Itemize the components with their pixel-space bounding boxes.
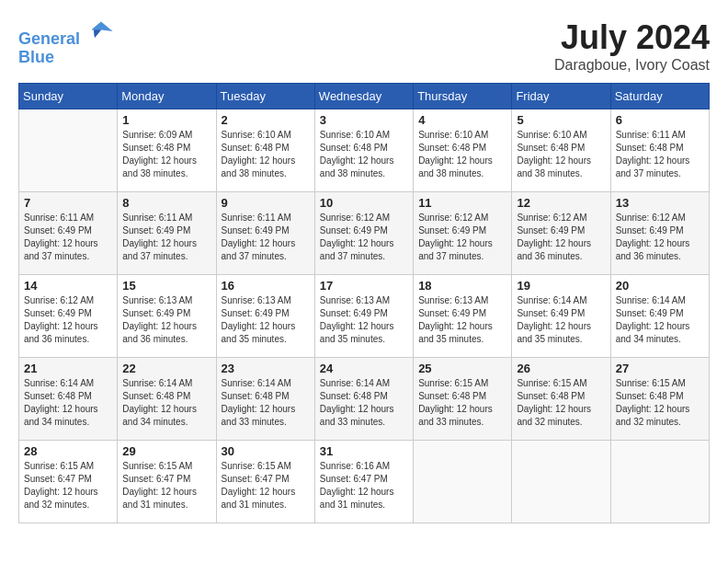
day-info: Sunrise: 6:12 AM Sunset: 6:49 PM Dayligh… — [616, 212, 704, 263]
day-number: 4 — [418, 113, 506, 127]
header-cell-friday: Friday — [512, 84, 610, 109]
day-info: Sunrise: 6:12 AM Sunset: 6:49 PM Dayligh… — [517, 212, 605, 263]
logo-blue: Blue — [18, 48, 54, 66]
day-number: 10 — [320, 196, 408, 210]
day-info: Sunrise: 6:11 AM Sunset: 6:49 PM Dayligh… — [122, 212, 210, 263]
logo: General Blue — [18, 18, 114, 67]
week-row-1: 7Sunrise: 6:11 AM Sunset: 6:49 PM Daylig… — [19, 192, 710, 275]
day-info: Sunrise: 6:10 AM Sunset: 6:48 PM Dayligh… — [222, 129, 310, 180]
day-number: 26 — [517, 362, 605, 375]
week-row-4: 28Sunrise: 6:15 AM Sunset: 6:47 PM Dayli… — [19, 441, 710, 523]
day-cell: 20Sunrise: 6:14 AM Sunset: 6:49 PM Dayli… — [610, 275, 709, 358]
day-info: Sunrise: 6:14 AM Sunset: 6:48 PM Dayligh… — [222, 377, 310, 429]
day-number: 24 — [320, 362, 408, 375]
day-info: Sunrise: 6:12 AM Sunset: 6:49 PM Dayligh… — [24, 294, 112, 346]
day-info: Sunrise: 6:15 AM Sunset: 6:48 PM Dayligh… — [616, 377, 704, 429]
header-cell-thursday: Thursday — [414, 84, 512, 109]
day-cell: 22Sunrise: 6:14 AM Sunset: 6:48 PM Dayli… — [118, 358, 216, 441]
day-number: 18 — [418, 279, 506, 293]
week-row-3: 21Sunrise: 6:14 AM Sunset: 6:48 PM Dayli… — [19, 358, 710, 441]
day-cell: 28Sunrise: 6:15 AM Sunset: 6:47 PM Dayli… — [19, 441, 118, 523]
day-info: Sunrise: 6:12 AM Sunset: 6:49 PM Dayligh… — [320, 212, 408, 263]
day-info: Sunrise: 6:09 AM Sunset: 6:48 PM Dayligh… — [122, 129, 210, 180]
day-info: Sunrise: 6:14 AM Sunset: 6:49 PM Dayligh… — [616, 294, 704, 346]
page-header: General Blue July 2024 Daragboue, Ivory … — [18, 18, 710, 74]
calendar-table: SundayMondayTuesdayWednesdayThursdayFrid… — [18, 83, 710, 523]
day-cell: 31Sunrise: 6:16 AM Sunset: 6:47 PM Dayli… — [314, 441, 413, 523]
day-info: Sunrise: 6:15 AM Sunset: 6:47 PM Dayligh… — [222, 460, 310, 511]
day-number: 30 — [222, 444, 310, 458]
logo-bird-icon — [88, 18, 114, 44]
day-info: Sunrise: 6:10 AM Sunset: 6:48 PM Dayligh… — [517, 129, 605, 180]
day-info: Sunrise: 6:12 AM Sunset: 6:49 PM Dayligh… — [418, 212, 506, 263]
day-cell: 5Sunrise: 6:10 AM Sunset: 6:48 PM Daylig… — [512, 109, 610, 192]
day-number: 9 — [222, 196, 310, 210]
header-cell-sunday: Sunday — [19, 84, 118, 109]
day-cell: 14Sunrise: 6:12 AM Sunset: 6:49 PM Dayli… — [19, 275, 118, 358]
day-number: 27 — [616, 362, 704, 375]
day-number: 13 — [616, 196, 704, 210]
day-number: 20 — [616, 279, 704, 293]
day-cell: 26Sunrise: 6:15 AM Sunset: 6:48 PM Dayli… — [512, 358, 610, 441]
day-info: Sunrise: 6:14 AM Sunset: 6:48 PM Dayligh… — [320, 377, 408, 429]
day-cell: 29Sunrise: 6:15 AM Sunset: 6:47 PM Dayli… — [118, 441, 216, 523]
day-cell: 24Sunrise: 6:14 AM Sunset: 6:48 PM Dayli… — [314, 358, 413, 441]
month-title: July 2024 — [554, 18, 710, 57]
header-row: SundayMondayTuesdayWednesdayThursdayFrid… — [19, 84, 710, 109]
title-block: July 2024 Daragboue, Ivory Coast — [554, 18, 710, 74]
day-number: 7 — [24, 196, 112, 210]
day-number: 12 — [517, 196, 605, 210]
day-number: 11 — [418, 196, 506, 210]
calendar-body: 1Sunrise: 6:09 AM Sunset: 6:48 PM Daylig… — [19, 109, 710, 523]
day-info: Sunrise: 6:14 AM Sunset: 6:49 PM Dayligh… — [517, 294, 605, 346]
logo-text: General Blue — [18, 18, 114, 67]
day-cell: 15Sunrise: 6:13 AM Sunset: 6:49 PM Dayli… — [118, 275, 216, 358]
day-cell: 13Sunrise: 6:12 AM Sunset: 6:49 PM Dayli… — [610, 192, 709, 275]
day-cell: 1Sunrise: 6:09 AM Sunset: 6:48 PM Daylig… — [118, 109, 216, 192]
day-cell: 6Sunrise: 6:11 AM Sunset: 6:48 PM Daylig… — [610, 109, 709, 192]
day-cell: 25Sunrise: 6:15 AM Sunset: 6:48 PM Dayli… — [414, 358, 512, 441]
day-info: Sunrise: 6:11 AM Sunset: 6:49 PM Dayligh… — [24, 212, 112, 263]
day-number: 1 — [122, 113, 210, 127]
day-info: Sunrise: 6:15 AM Sunset: 6:47 PM Dayligh… — [122, 460, 210, 511]
day-info: Sunrise: 6:14 AM Sunset: 6:48 PM Dayligh… — [122, 377, 210, 429]
day-cell: 3Sunrise: 6:10 AM Sunset: 6:48 PM Daylig… — [314, 109, 413, 192]
day-info: Sunrise: 6:13 AM Sunset: 6:49 PM Dayligh… — [418, 294, 506, 346]
day-cell: 30Sunrise: 6:15 AM Sunset: 6:47 PM Dayli… — [216, 441, 314, 523]
day-cell: 4Sunrise: 6:10 AM Sunset: 6:48 PM Daylig… — [414, 109, 512, 192]
day-number: 2 — [222, 113, 310, 127]
day-number: 6 — [616, 113, 704, 127]
day-cell: 8Sunrise: 6:11 AM Sunset: 6:49 PM Daylig… — [118, 192, 216, 275]
week-row-0: 1Sunrise: 6:09 AM Sunset: 6:48 PM Daylig… — [19, 109, 710, 192]
header-cell-monday: Monday — [118, 84, 216, 109]
header-cell-wednesday: Wednesday — [314, 84, 413, 109]
calendar-header: SundayMondayTuesdayWednesdayThursdayFrid… — [19, 84, 710, 109]
header-cell-tuesday: Tuesday — [216, 84, 314, 109]
day-cell — [414, 441, 512, 523]
day-info: Sunrise: 6:10 AM Sunset: 6:48 PM Dayligh… — [418, 129, 506, 180]
day-info: Sunrise: 6:11 AM Sunset: 6:48 PM Dayligh… — [616, 129, 704, 180]
day-info: Sunrise: 6:15 AM Sunset: 6:47 PM Dayligh… — [24, 460, 112, 511]
day-cell: 21Sunrise: 6:14 AM Sunset: 6:48 PM Dayli… — [19, 358, 118, 441]
day-cell: 17Sunrise: 6:13 AM Sunset: 6:49 PM Dayli… — [314, 275, 413, 358]
day-number: 25 — [418, 362, 506, 375]
day-cell: 16Sunrise: 6:13 AM Sunset: 6:49 PM Dayli… — [216, 275, 314, 358]
week-row-2: 14Sunrise: 6:12 AM Sunset: 6:49 PM Dayli… — [19, 275, 710, 358]
day-cell: 9Sunrise: 6:11 AM Sunset: 6:49 PM Daylig… — [216, 192, 314, 275]
day-info: Sunrise: 6:15 AM Sunset: 6:48 PM Dayligh… — [418, 377, 506, 429]
day-number: 3 — [320, 113, 408, 127]
day-info: Sunrise: 6:11 AM Sunset: 6:49 PM Dayligh… — [222, 212, 310, 263]
day-number: 23 — [222, 362, 310, 375]
day-number: 14 — [24, 279, 112, 293]
day-number: 16 — [222, 279, 310, 293]
day-cell: 23Sunrise: 6:14 AM Sunset: 6:48 PM Dayli… — [216, 358, 314, 441]
day-cell — [19, 109, 118, 192]
day-cell: 11Sunrise: 6:12 AM Sunset: 6:49 PM Dayli… — [414, 192, 512, 275]
day-number: 31 — [320, 444, 408, 458]
day-number: 5 — [517, 113, 605, 127]
day-info: Sunrise: 6:16 AM Sunset: 6:47 PM Dayligh… — [320, 460, 408, 511]
day-cell: 27Sunrise: 6:15 AM Sunset: 6:48 PM Dayli… — [610, 358, 709, 441]
day-info: Sunrise: 6:13 AM Sunset: 6:49 PM Dayligh… — [320, 294, 408, 346]
day-info: Sunrise: 6:13 AM Sunset: 6:49 PM Dayligh… — [122, 294, 210, 346]
day-cell: 10Sunrise: 6:12 AM Sunset: 6:49 PM Dayli… — [314, 192, 413, 275]
